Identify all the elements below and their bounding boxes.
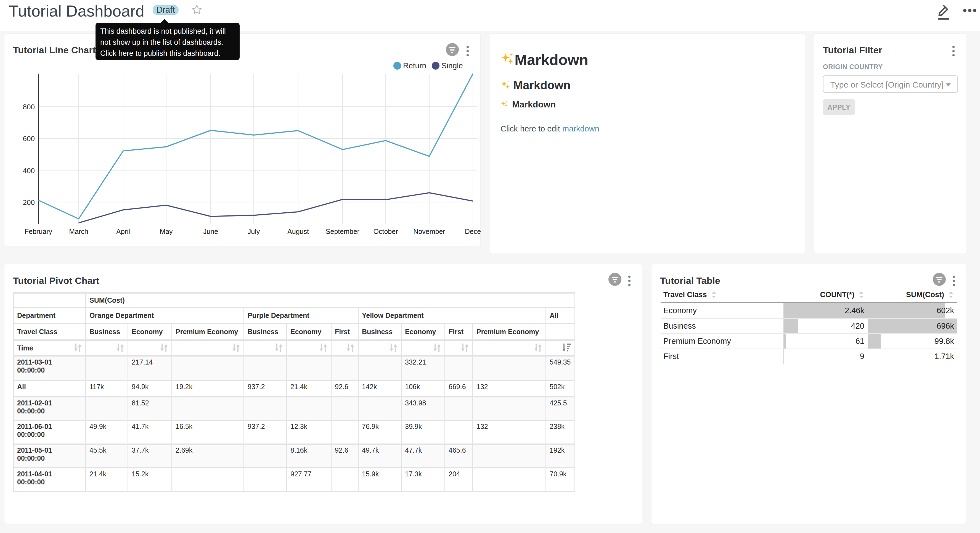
svg-text:August: August: [287, 228, 309, 235]
svg-text:200: 200: [23, 198, 35, 207]
svg-text:800: 800: [23, 103, 35, 111]
svg-text:February: February: [25, 228, 52, 235]
svg-text:October: October: [374, 228, 398, 235]
svg-text:Dece: Dece: [465, 228, 481, 235]
svg-text:September: September: [326, 228, 360, 235]
svg-text:July: July: [248, 228, 260, 235]
svg-text:November: November: [413, 228, 445, 235]
svg-text:400: 400: [23, 166, 35, 175]
svg-text:June: June: [203, 228, 218, 235]
svg-text:April: April: [116, 228, 130, 235]
svg-text:May: May: [159, 228, 173, 235]
svg-text:600: 600: [23, 134, 35, 143]
svg-text:March: March: [69, 228, 88, 235]
